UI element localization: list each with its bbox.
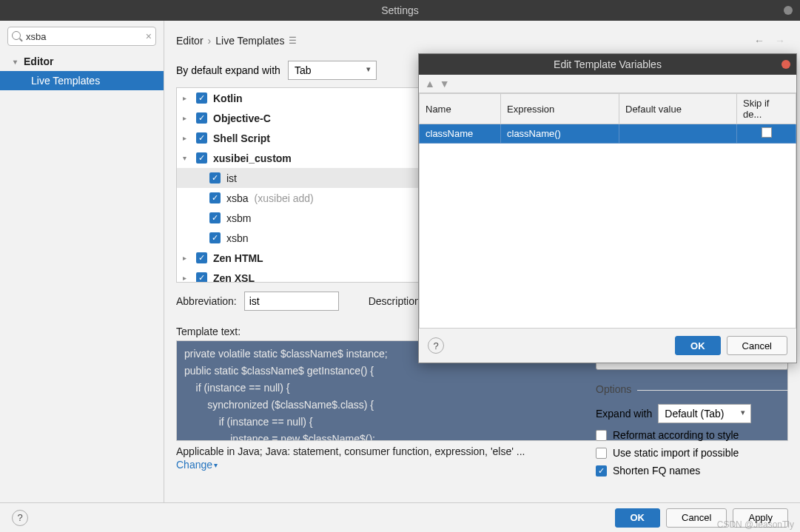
reset-icon[interactable]: ☰ — [289, 36, 297, 46]
option-label: Use static import if possible — [613, 447, 739, 459]
checkbox-checked-icon[interactable]: ✓ — [596, 465, 607, 477]
expand-with-label: By default expand with — [176, 64, 280, 76]
help-button[interactable]: ? — [428, 337, 444, 354]
sidebar-item-editor[interactable]: ▾ Editor — [0, 52, 164, 71]
options-heading: Options — [596, 383, 788, 395]
template-label: xsbn — [226, 232, 249, 244]
expand-with-label: Expand with — [596, 408, 652, 420]
change-link-label: Change — [176, 459, 212, 471]
dialog-footer: ? OK Cancel Apply CSDN @JeasonTly — [0, 502, 800, 532]
sidebar-item-label: Live Templates — [31, 75, 100, 87]
dialog-footer: ? OK Cancel — [419, 329, 796, 363]
option-label: Shorten FQ names — [613, 465, 700, 477]
table-header-row: Name Expression Default value Skip if de… — [420, 94, 796, 124]
window-control-dot[interactable] — [784, 6, 793, 15]
chevron-down-icon: ▾ — [13, 58, 21, 66]
dialog-nav-arrows: ▲ ▼ — [419, 75, 796, 93]
clear-search-icon[interactable]: × — [146, 30, 152, 42]
cancel-button[interactable]: Cancel — [666, 508, 727, 528]
dialog-cancel-button[interactable]: Cancel — [727, 336, 787, 355]
breadcrumb-separator: › — [208, 35, 212, 47]
option-reformat[interactable]: Reformat according to style — [596, 429, 788, 441]
description-label: Description: — [369, 295, 423, 307]
col-name[interactable]: Name — [420, 94, 501, 124]
abbreviation-input[interactable] — [244, 292, 339, 311]
group-label: Zen HTML — [213, 252, 263, 264]
template-options-panel: Edit variables Options Expand with Defau… — [596, 349, 788, 482]
checkbox-checked-icon[interactable]: ✓ — [209, 232, 221, 243]
option-label: Reformat according to style — [613, 429, 739, 441]
abbreviation-label: Abbreviation: — [176, 295, 237, 307]
group-label: Shell Script — [213, 132, 270, 144]
search-icon — [12, 31, 21, 40]
group-label: Objective-C — [213, 112, 271, 124]
expand-with-option-select[interactable]: Default (Tab) — [658, 404, 751, 423]
template-label: xsbm — [226, 212, 251, 224]
nav-back-icon[interactable]: ← — [751, 35, 767, 47]
col-skip[interactable]: Skip if de... — [737, 94, 796, 124]
breadcrumb-part[interactable]: Live Templates — [215, 35, 284, 47]
variables-table-empty-area — [419, 144, 796, 329]
window-title: Settings — [381, 4, 419, 16]
dialog-titlebar: Edit Template Variables — [419, 54, 796, 75]
checkbox-checked-icon[interactable]: ✓ — [196, 272, 207, 283]
variables-table[interactable]: Name Expression Default value Skip if de… — [419, 93, 796, 144]
group-label: Zen XSL — [213, 272, 255, 283]
expand-with-option-row: Expand with Default (Tab) — [596, 404, 788, 423]
table-row[interactable]: className className() — [420, 124, 796, 144]
chevron-down-icon[interactable]: ▾ — [183, 154, 193, 162]
dialog-title: Edit Template Variables — [554, 58, 662, 70]
checkbox-icon[interactable] — [596, 448, 607, 459]
sidebar-tree: ▾ Editor Live Templates — [0, 52, 164, 502]
settings-sidebar: × ▾ Editor Live Templates — [0, 21, 164, 502]
edit-template-variables-dialog: Edit Template Variables ▲ ▼ Name Express… — [418, 53, 797, 363]
checkbox-checked-icon[interactable]: ✓ — [196, 152, 207, 164]
col-default[interactable]: Default value — [619, 94, 737, 124]
group-label: xusibei_custom — [213, 152, 292, 164]
nav-forward-icon[interactable]: → — [772, 35, 788, 47]
breadcrumb-part[interactable]: Editor — [176, 35, 204, 47]
ok-button[interactable]: OK — [615, 508, 661, 528]
checkbox-checked-icon[interactable]: ✓ — [196, 112, 207, 124]
sidebar-item-label: Editor — [24, 55, 53, 67]
chevron-down-icon: ▾ — [214, 461, 218, 469]
close-icon[interactable] — [781, 60, 790, 69]
help-button[interactable]: ? — [12, 510, 28, 526]
window-titlebar: Settings — [0, 0, 800, 21]
checkbox-checked-icon[interactable]: ✓ — [209, 192, 221, 203]
checkbox-checked-icon[interactable]: ✓ — [209, 212, 221, 223]
col-expression[interactable]: Expression — [501, 94, 619, 124]
expand-with-select[interactable]: Tab — [288, 61, 377, 80]
template-hint: (xusibei add) — [255, 192, 314, 204]
option-static-import[interactable]: Use static import if possible — [596, 447, 788, 459]
applicable-contexts: Applicable in Java; Java: statement, con… — [176, 445, 561, 457]
cell-expression[interactable]: className() — [501, 124, 619, 144]
cell-skip[interactable] — [737, 124, 796, 144]
sidebar-item-live-templates[interactable]: Live Templates — [0, 71, 164, 90]
checkbox-icon[interactable] — [596, 430, 607, 441]
chevron-right-icon[interactable]: ▸ — [183, 114, 193, 122]
cell-default[interactable] — [619, 124, 737, 144]
arrow-up-icon[interactable]: ▲ — [425, 78, 435, 90]
checkbox-checked-icon[interactable]: ✓ — [209, 172, 221, 183]
breadcrumb: Editor › Live Templates ☰ ← → — [176, 28, 788, 53]
checkbox-checked-icon[interactable]: ✓ — [196, 132, 207, 144]
checkbox-checked-icon[interactable]: ✓ — [196, 92, 207, 104]
chevron-right-icon[interactable]: ▸ — [183, 254, 193, 262]
cell-name[interactable]: className — [420, 124, 501, 144]
template-label: xsba — [226, 192, 249, 204]
sidebar-search-wrap: × — [0, 21, 164, 52]
sidebar-search-input[interactable] — [7, 27, 156, 46]
chevron-right-icon[interactable]: ▸ — [183, 134, 193, 142]
chevron-right-icon[interactable]: ▸ — [183, 274, 193, 282]
chevron-right-icon[interactable]: ▸ — [183, 94, 193, 102]
checkbox-checked-icon[interactable]: ✓ — [196, 252, 207, 263]
checkbox-icon[interactable] — [762, 127, 772, 138]
option-shorten-fq[interactable]: ✓ Shorten FQ names — [596, 465, 788, 477]
dialog-ok-button[interactable]: OK — [675, 336, 721, 355]
arrow-down-icon[interactable]: ▼ — [440, 78, 450, 90]
apply-button[interactable]: Apply — [733, 508, 788, 528]
template-label: ist — [226, 172, 237, 184]
group-label: Kotlin — [213, 92, 243, 104]
